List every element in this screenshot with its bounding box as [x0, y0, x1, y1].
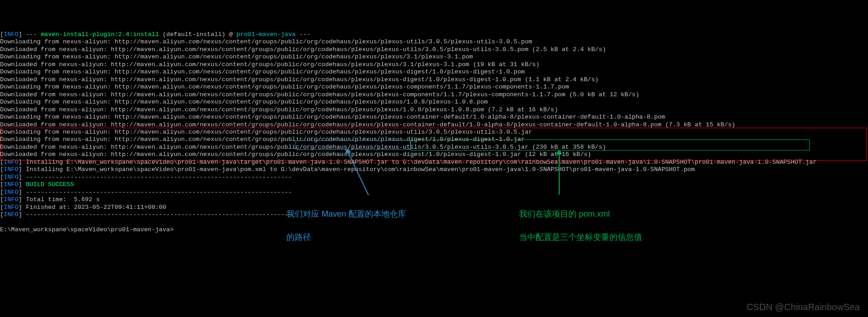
- info-sep: [INFO] ---------------------------------…: [0, 189, 868, 196]
- annotation-green: 我们在该项目的 pom.xml 当中配置是三个坐标变量的信息值: [515, 197, 642, 243]
- info-build-success: [INFO] BUILD SUCCESS: [0, 181, 868, 188]
- annotation-blue: 我们对应 Maven 配置的本地仓库 的路径: [282, 197, 406, 243]
- log-line: Downloading from nexus-aliyun: http://ma…: [0, 114, 868, 121]
- log-line: Downloading from nexus-aliyun: http://ma…: [0, 99, 868, 106]
- svg-line-0: [348, 151, 369, 195]
- info-install-2: [INFO] Installing E:\Maven_workspane\spa…: [0, 166, 868, 173]
- log-line: Downloading from nexus-aliyun: http://ma…: [0, 129, 868, 136]
- annotation-blue-line1: 我们对应 Maven 配置的本地仓库: [286, 209, 406, 218]
- log-line: Downloaded from nexus-aliyun: http://mav…: [0, 144, 868, 151]
- info-sep: [INFO] ---------------------------------…: [0, 211, 868, 218]
- terminal-output: [INFO] --- maven-install-plugin:2.4:inst…: [0, 31, 868, 234]
- annotation-blue-line2: 的路径: [286, 233, 311, 242]
- log-line: Downloaded from nexus-aliyun: http://mav…: [0, 61, 868, 68]
- log-line: Downloaded from nexus-aliyun: http://mav…: [0, 46, 868, 53]
- info-install-1: [INFO] Installing E:\Maven_workspane\spa…: [0, 159, 868, 166]
- log-line: Downloading from nexus-aliyun: http://ma…: [0, 136, 868, 143]
- annotation-green-line1: 我们在该项目的 pom.xml: [519, 209, 610, 218]
- prompt-line[interactable]: E:\Maven_workspane\spaceVideo\pro01-mave…: [0, 226, 868, 234]
- log-line: Downloaded from nexus-aliyun: http://mav…: [0, 106, 868, 114]
- log-line: Downloaded from nexus-aliyun: http://mav…: [0, 91, 868, 99]
- log-line: Downloaded from nexus-aliyun: http://mav…: [0, 151, 868, 158]
- log-line: Downloading from nexus-aliyun: http://ma…: [0, 53, 868, 61]
- info-total-time: [INFO] Total time: 5.692 s: [0, 196, 868, 203]
- info-sep: [INFO] ---------------------------------…: [0, 174, 868, 181]
- log-header: [INFO] --- maven-install-plugin:2.4:inst…: [0, 31, 868, 38]
- arrow-green: [555, 151, 564, 197]
- log-line: Downloading from nexus-aliyun: http://ma…: [0, 68, 868, 76]
- log-line: Downloaded from nexus-aliyun: http://mav…: [0, 121, 868, 129]
- watermark: CSDN @ChinaRainbowSea: [747, 301, 860, 312]
- log-line: Downloading from nexus-aliyun: http://ma…: [0, 83, 868, 91]
- log-line: Downloading from nexus-aliyun: http://ma…: [0, 38, 868, 46]
- annotation-green-line2: 当中配置是三个坐标变量的信息值: [519, 233, 642, 242]
- log-line: Downloaded from nexus-aliyun: http://mav…: [0, 76, 868, 83]
- info-finished-at: [INFO] Finished at: 2023-05-22T09:41:11+…: [0, 204, 868, 211]
- arrow-blue: [346, 150, 382, 197]
